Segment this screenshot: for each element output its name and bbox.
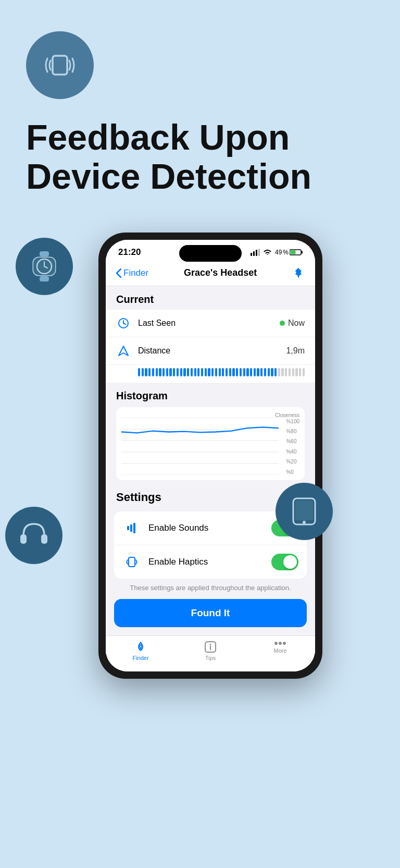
chart-svg <box>121 418 279 475</box>
last-seen-row: Last Seen Now <box>106 310 315 337</box>
chart-y-labels: %100 %80 %60 %40 %20 %0 <box>286 419 299 475</box>
ellipsis-icon <box>274 641 286 645</box>
last-seen-value: Now <box>288 319 305 328</box>
enable-haptics-label: Enable Haptics <box>148 557 271 567</box>
wifi-icon <box>263 249 272 256</box>
svg-rect-17 <box>291 250 296 254</box>
enable-haptics-toggle[interactable] <box>271 554 298 570</box>
svg-rect-0 <box>53 56 67 75</box>
watch-icon-circle <box>16 238 73 295</box>
pin-icon[interactable] <box>292 267 305 279</box>
found-it-button[interactable]: Found It <box>114 599 307 627</box>
navigation-icon <box>118 345 129 357</box>
svg-rect-13 <box>256 250 257 256</box>
nav-back[interactable]: Finder <box>116 268 148 278</box>
svg-point-39 <box>283 642 286 645</box>
distance-bar <box>106 365 315 383</box>
svg-rect-11 <box>251 253 252 256</box>
histogram-chart: Closeness %100 %80 %60 %40 %20 %0 <box>116 407 305 480</box>
svg-rect-30 <box>130 524 132 532</box>
svg-rect-9 <box>295 500 313 520</box>
settings-note: These settings are applied throughout th… <box>106 579 315 599</box>
pushpin-icon <box>292 267 305 279</box>
tab-bar: Finder Tips <box>106 635 315 671</box>
current-section-header: Current <box>106 286 315 310</box>
tips-tab-label: Tips <box>205 655 216 661</box>
tablet-icon <box>290 496 318 527</box>
toggle-knob-haptics <box>283 555 297 569</box>
svg-rect-41 <box>41 534 47 544</box>
tab-more[interactable]: More <box>245 641 315 661</box>
tips-tab-icon <box>205 641 216 653</box>
svg-rect-2 <box>40 276 49 282</box>
svg-marker-22 <box>119 346 128 356</box>
enable-haptics-row: Enable Haptics <box>114 545 307 579</box>
svg-rect-16 <box>302 251 303 253</box>
now-value: Now <box>280 319 305 328</box>
radar-icon <box>134 641 147 653</box>
sounds-icon <box>124 521 139 535</box>
last-seen-label: Last Seen <box>138 319 280 328</box>
nav-title: Grace's Headset <box>184 267 257 278</box>
back-label: Finder <box>123 268 148 278</box>
headphones-icon <box>18 521 49 550</box>
page-heading: Feedback Upon Device Detection <box>26 118 374 196</box>
svg-rect-40 <box>20 534 27 544</box>
clock-icon <box>118 317 129 329</box>
tablet-icon-circle <box>276 483 333 540</box>
vibration-icon-circle <box>26 31 94 99</box>
status-time: 21:20 <box>118 247 141 258</box>
status-icons: 49% <box>251 249 303 256</box>
arrow-icon-wrap <box>116 344 131 358</box>
more-tab-icon <box>274 641 286 645</box>
top-section: Feedback Upon Device Detection <box>0 0 400 227</box>
sounds-icon-wrap <box>122 519 141 537</box>
haptics-icon <box>124 555 140 569</box>
svg-rect-14 <box>258 249 260 256</box>
enable-sounds-label: Enable Sounds <box>148 523 271 533</box>
closeness-label: Closeness <box>275 412 299 418</box>
phone-mockup: 21:20 <box>98 233 322 679</box>
svg-rect-31 <box>133 523 135 533</box>
status-bar: 21:20 <box>106 240 315 263</box>
distance-value: 1,9m <box>286 346 305 356</box>
svg-point-36 <box>210 643 211 645</box>
histogram-title: Histogram <box>116 390 305 402</box>
nav-bar: Finder Grace's Headset <box>106 263 315 286</box>
headphones-icon-circle <box>5 507 63 564</box>
finder-tab-label: Finder <box>132 655 148 661</box>
svg-rect-32 <box>129 557 135 567</box>
distance-row: Distance 1,9m <box>106 337 315 365</box>
tab-finder[interactable]: Finder <box>106 641 176 661</box>
phone-screen: 21:20 <box>106 240 315 671</box>
svg-point-10 <box>303 521 306 524</box>
svg-point-38 <box>279 642 282 645</box>
dynamic-island <box>179 245 242 262</box>
svg-point-33 <box>140 647 142 650</box>
tab-tips[interactable]: Tips <box>176 641 245 661</box>
signal-icon <box>251 249 260 256</box>
svg-line-21 <box>123 323 126 324</box>
vibrate-icon <box>41 46 79 84</box>
finder-tab-icon <box>134 641 147 653</box>
phone-area: 21:20 <box>0 233 400 679</box>
info-icon <box>205 641 216 653</box>
svg-rect-12 <box>253 251 255 256</box>
battery-percent: 49 <box>275 249 282 256</box>
green-dot <box>280 321 285 326</box>
watch-icon <box>29 250 59 283</box>
svg-rect-1 <box>40 251 49 256</box>
back-chevron-icon <box>116 268 121 278</box>
svg-rect-29 <box>127 526 129 530</box>
haptics-icon-wrap <box>122 553 141 571</box>
svg-point-37 <box>274 642 278 645</box>
content-area: Current Last Seen <box>106 286 315 671</box>
battery-icon <box>290 249 303 256</box>
histogram-section: Histogram Closeness %100 %80 %60 %40 %20… <box>106 383 315 480</box>
current-card: Last Seen Now Distance <box>106 310 315 383</box>
clock-icon-wrap <box>116 316 131 331</box>
more-tab-label: More <box>273 647 286 654</box>
distance-label: Distance <box>138 346 286 356</box>
